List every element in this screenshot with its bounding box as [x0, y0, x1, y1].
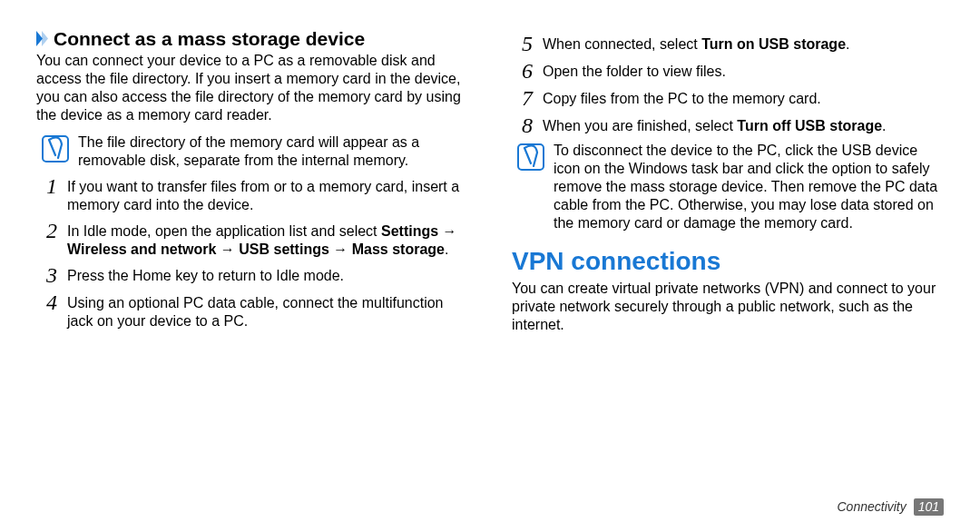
vpn-intro: You can create virtual private networks …	[512, 280, 944, 334]
mass-storage-intro: You can connect your device to a PC as a…	[36, 52, 468, 124]
step-text: When you are finished, select Turn off U…	[543, 114, 944, 135]
footer-page-number: 101	[914, 498, 944, 516]
note-block-right: To disconnect the device to the PC, clic…	[517, 142, 944, 232]
step-item: 5When connected, select Turn on USB stor…	[512, 33, 944, 54]
vpn-heading: VPN connections	[512, 247, 944, 276]
left-column: Connect as a mass storage device You can…	[36, 27, 490, 514]
mass-storage-heading: Connect as a mass storage device	[36, 27, 468, 50]
page-footer: Connectivity 101	[837, 498, 944, 516]
step-number: 3	[36, 264, 67, 286]
svg-rect-3	[518, 144, 544, 170]
step-text: Using an optional PC data cable, connect…	[67, 291, 468, 330]
heading-text: Connect as a mass storage device	[54, 28, 365, 49]
step-text: In Idle mode, open the application list …	[67, 220, 468, 259]
step-item: 6Open the folder to view files.	[512, 60, 944, 82]
step-number: 5	[512, 33, 543, 54]
right-column: 5When connected, select Turn on USB stor…	[490, 27, 944, 514]
step-number: 6	[512, 60, 543, 82]
note-text-right: To disconnect the device to the PC, clic…	[554, 142, 944, 232]
step-item: 7Copy files from the PC to the memory ca…	[512, 87, 944, 109]
step-text: Press the Home key to return to Idle mod…	[67, 264, 468, 285]
step-item: 4Using an optional PC data cable, connec…	[36, 291, 468, 330]
steps-list-left: 1If you want to transfer files from or t…	[36, 175, 468, 330]
svg-marker-1	[42, 31, 48, 46]
footer-section: Connectivity	[837, 499, 906, 514]
step-item: 8When you are finished, select Turn off …	[512, 114, 944, 136]
step-number: 4	[36, 291, 67, 313]
note-icon	[42, 135, 69, 163]
page: Connect as a mass storage device You can…	[0, 0, 980, 532]
chevron-icon	[36, 31, 48, 46]
svg-rect-2	[43, 136, 68, 162]
note-icon	[517, 143, 544, 171]
note-text: The file directory of the memory card wi…	[78, 133, 468, 170]
step-number: 1	[36, 175, 67, 197]
step-item: 3Press the Home key to return to Idle mo…	[36, 264, 468, 286]
note-block: The file directory of the memory card wi…	[42, 133, 468, 170]
step-item: 1If you want to transfer files from or t…	[36, 175, 468, 214]
step-text: If you want to transfer files from or to…	[67, 175, 468, 214]
step-number: 7	[512, 87, 543, 109]
step-text: Copy files from the PC to the memory car…	[543, 87, 944, 108]
step-number: 8	[512, 114, 543, 136]
step-text: When connected, select Turn on USB stora…	[543, 33, 944, 54]
step-number: 2	[36, 220, 67, 241]
svg-marker-0	[36, 31, 43, 46]
step-text: Open the folder to view files.	[543, 60, 944, 81]
step-item: 2In Idle mode, open the application list…	[36, 220, 468, 259]
steps-list-right: 5When connected, select Turn on USB stor…	[512, 33, 944, 136]
